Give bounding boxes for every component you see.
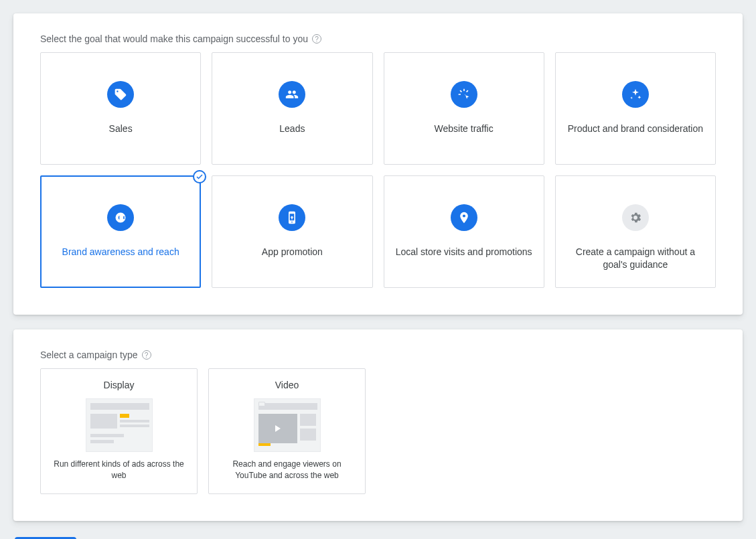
goal-grid: SalesLeadsWebsite trafficProduct and bra… — [40, 52, 716, 288]
megaphone-icon — [107, 204, 134, 231]
goal-section-label: Select the goal that would make this cam… — [40, 33, 716, 44]
pin-icon — [451, 204, 477, 231]
goal-tile-website-traffic[interactable]: Website traffic — [384, 52, 544, 165]
goal-tile-app-promotion[interactable]: App promotion — [212, 175, 372, 288]
campaign-type-card: Select a campaign type ? DisplayRun diff… — [13, 329, 743, 521]
goal-tile-label: Product and brand consideration — [558, 123, 712, 135]
goal-tile-leads[interactable]: Leads — [212, 52, 372, 165]
type-tile-display[interactable]: DisplayRun different kinds of ads across… — [40, 368, 198, 494]
goal-selection-card: Select the goal that would make this cam… — [13, 13, 743, 315]
goal-tile-label: Brand awareness and reach — [53, 246, 189, 258]
checkmark-icon — [193, 170, 206, 183]
goal-tile-label: Local store visits and promotions — [386, 246, 542, 258]
type-tile-title: Display — [49, 380, 189, 390]
goal-tile-label: Website traffic — [425, 123, 503, 135]
type-section-label-text: Select a campaign type — [40, 350, 138, 360]
footer-actions: Continue Cancel — [13, 537, 743, 539]
people-icon — [279, 81, 305, 108]
click-icon — [451, 81, 477, 108]
help-icon[interactable]: ? — [312, 34, 321, 44]
goal-tile-label: Sales — [100, 123, 142, 135]
type-tile-desc: Run different kinds of ads across the we… — [49, 459, 189, 481]
gear-icon — [622, 204, 649, 231]
type-thumbnail-display — [86, 398, 153, 452]
help-icon[interactable]: ? — [142, 350, 151, 360]
type-tile-title: Video — [217, 380, 357, 390]
type-thumbnail-video — [254, 398, 321, 452]
continue-button[interactable]: Continue — [15, 537, 76, 539]
type-section-label: Select a campaign type ? — [40, 350, 716, 360]
type-grid: DisplayRun different kinds of ads across… — [40, 368, 716, 494]
phone-icon — [279, 204, 305, 231]
sparkle-icon — [622, 81, 649, 108]
goal-tile-label: Leads — [270, 123, 314, 135]
goal-tile-local-visits[interactable]: Local store visits and promotions — [384, 175, 544, 288]
goal-tile-label: Create a campaign without a goal's guida… — [556, 246, 715, 271]
goal-tile-no-goal[interactable]: Create a campaign without a goal's guida… — [555, 175, 716, 288]
goal-section-label-text: Select the goal that would make this cam… — [40, 33, 308, 44]
type-tile-desc: Reach and engage viewers on YouTube and … — [217, 459, 357, 481]
goal-tile-label: App promotion — [252, 246, 332, 258]
type-tile-video[interactable]: VideoReach and engage viewers on YouTube… — [208, 368, 366, 494]
goal-tile-sales[interactable]: Sales — [40, 52, 201, 165]
goal-tile-brand-awareness[interactable]: Brand awareness and reach — [40, 175, 201, 288]
tag-icon — [107, 81, 134, 108]
goal-tile-product-brand[interactable]: Product and brand consideration — [555, 52, 716, 165]
